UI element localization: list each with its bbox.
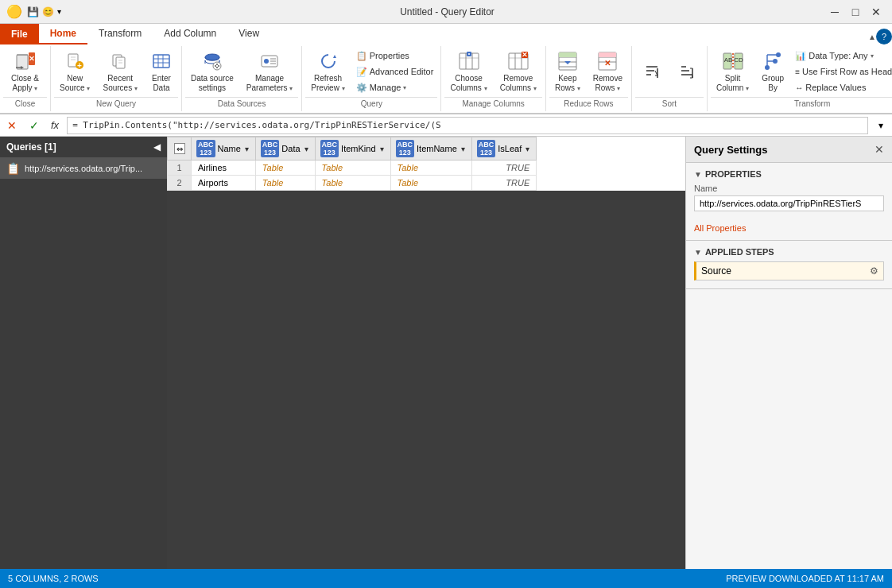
close-button[interactable]: ✕ <box>867 4 886 20</box>
tab-add-column[interactable]: Add Column <box>153 24 227 44</box>
choose-columns-button[interactable]: ChooseColumns ▾ <box>444 48 492 95</box>
app-icon: 🟡 <box>6 4 22 19</box>
step-source-label: Source <box>701 265 731 277</box>
tab-transform[interactable]: Transform <box>87 24 153 44</box>
all-properties-link[interactable]: All Properties <box>694 223 746 233</box>
query-group-label: Query <box>305 97 437 110</box>
cell-airlines-isleaf: TRUE <box>471 161 536 176</box>
properties-arrow-icon: ▼ <box>694 170 702 179</box>
col-label-itemname: ItemName <box>417 144 457 153</box>
remove-columns-icon: ✕ <box>507 50 529 72</box>
sort-buttons <box>635 48 704 95</box>
name-label: Name <box>694 184 884 193</box>
enter-data-button[interactable]: EnterData <box>145 48 178 95</box>
data-source-settings-icon <box>201 50 223 72</box>
table-row: 1 Airlines Table Table Table TRUE <box>168 161 537 176</box>
refresh-preview-button[interactable]: RefreshPreview ▾ <box>305 48 350 95</box>
sort-asc-button[interactable] <box>635 48 669 95</box>
col-filter-isleaf-button[interactable]: ▾ <box>524 145 531 153</box>
use-first-row-button[interactable]: ≡ Use First Row as Headers ▾ <box>791 64 892 79</box>
data-type-button[interactable]: 📊 Data Type: Any ▾ <box>791 48 892 63</box>
remove-rows-button[interactable]: ✕ RemoveRows ▾ <box>588 48 628 95</box>
step-gear-button[interactable]: ⚙ <box>870 265 878 277</box>
maximize-button[interactable]: □ <box>846 4 865 20</box>
split-column-icon: AB CD <box>722 50 744 72</box>
properties-button[interactable]: 📋 Properties <box>352 48 438 63</box>
title-bar-dropdown[interactable]: ▾ <box>57 7 61 16</box>
use-first-row-icon: ≡ <box>795 68 800 76</box>
replace-values-button[interactable]: ↔ Replace Values <box>791 80 892 95</box>
query-settings-header: Query Settings ✕ <box>686 137 892 163</box>
formula-input[interactable] <box>67 117 868 134</box>
expand-all-button[interactable]: ⇔ <box>174 143 185 154</box>
name-input[interactable] <box>694 195 884 211</box>
tab-view[interactable]: View <box>227 24 270 44</box>
query-settings-close-button[interactable]: ✕ <box>875 143 884 156</box>
applied-steps-section: ▼ APPLIED STEPS Source ⚙ <box>686 241 892 289</box>
data-type-icon: 📊 <box>795 51 806 61</box>
advanced-editor-button[interactable]: 📝 Advanced Editor <box>352 64 438 79</box>
queries-collapse-button[interactable]: ◀ <box>153 141 161 153</box>
sort-desc-button[interactable] <box>670 48 704 95</box>
svg-text:CD: CD <box>734 56 743 64</box>
col-filter-data-button[interactable]: ▾ <box>303 145 310 153</box>
status-columns-rows: 5 COLUMNS, 2 ROWS <box>8 574 99 583</box>
data-table: ⇔ ABC123 Name ▾ ABC123 <box>167 137 537 191</box>
file-tab[interactable]: File <box>0 24 39 44</box>
applied-step-source[interactable]: Source ⚙ <box>694 261 884 280</box>
query-item[interactable]: 📋 http://services.odata.org/Trip... <box>0 158 167 179</box>
table-row: 2 Airports Table Table Table TRUE <box>168 176 537 191</box>
close-apply-button[interactable]: ✕ Close &Apply ▾ <box>3 48 47 95</box>
col-filter-name-button[interactable]: ▾ <box>243 145 250 153</box>
minimize-button[interactable]: ─ <box>825 4 844 20</box>
cell-airports-name: Airports <box>192 176 256 191</box>
data-source-settings-button[interactable]: Data sourcesettings <box>185 48 239 95</box>
applied-steps-section-header: ▼ APPLIED STEPS <box>694 247 884 257</box>
data-table-container: ⇔ ABC123 Name ▾ ABC123 <box>167 137 685 191</box>
queries-panel: Queries [1] ◀ 📋 http://services.odata.or… <box>0 137 167 574</box>
keep-rows-icon <box>557 50 579 72</box>
col-header-itemkind: ABC123 ItemKind ▾ <box>315 137 390 161</box>
ribbon-content: ✕ Close &Apply ▾ Close <box>0 44 892 114</box>
query-buttons: RefreshPreview ▾ 📋 Properties 📝 Advanced… <box>305 48 437 95</box>
formula-cancel-button[interactable]: ✕ <box>3 117 21 134</box>
formula-bar: ✕ ✓ fx ▾ <box>0 114 892 137</box>
keep-rows-button[interactable]: KeepRows ▾ <box>549 48 586 95</box>
transform-group-label: Transform <box>711 97 892 110</box>
data-sources-buttons: Data sourcesettings ManageParameters ▾ <box>185 48 298 95</box>
svg-point-20 <box>213 62 221 70</box>
manage-icon: ⚙️ <box>356 83 367 93</box>
cell-airlines-name: Airlines <box>192 161 256 176</box>
transform-buttons: AB CD SplitColumn ▾ <box>711 48 892 95</box>
formula-accept-button[interactable]: ✓ <box>25 117 43 134</box>
group-by-button[interactable]: GroupBy <box>756 48 789 95</box>
cell-airports-isleaf: TRUE <box>471 176 536 191</box>
new-source-button[interactable]: + NewSource ▾ <box>54 48 95 95</box>
remove-columns-button[interactable]: ✕ RemoveColumns ▾ <box>494 48 542 95</box>
data-area: ⇔ ABC123 Name ▾ ABC123 <box>167 137 685 574</box>
formula-expand-button[interactable]: ▾ <box>873 118 889 133</box>
ribbon-group-data-sources: Data sourcesettings ManageParameters ▾ <box>182 46 302 111</box>
split-column-button[interactable]: AB CD SplitColumn ▾ <box>711 48 754 95</box>
manage-button[interactable]: ⚙️ Manage ▾ <box>352 80 438 95</box>
manage-parameters-icon <box>258 50 281 72</box>
cell-airlines-itemkind: Table <box>315 161 390 176</box>
new-query-buttons: + NewSource ▾ RecentSources ▾ <box>54 48 178 95</box>
tab-home[interactable]: Home <box>39 24 87 44</box>
cell-airports-data: Table <box>255 176 315 191</box>
properties-section-label: PROPERTIES <box>705 169 762 179</box>
data-sources-label: Data Sources <box>185 97 298 110</box>
help-button[interactable]: ? <box>876 29 892 44</box>
row-num-1: 1 <box>168 161 192 176</box>
ribbon-expand-button[interactable]: ▲ <box>868 33 876 41</box>
manage-parameters-button[interactable]: ManageParameters ▾ <box>241 48 298 95</box>
enter-data-icon <box>150 50 173 72</box>
recent-sources-button[interactable]: RecentSources ▾ <box>97 48 142 95</box>
close-group-label: Close <box>3 97 47 110</box>
col-header-isleaf: ABC123 IsLeaf ▾ <box>471 137 536 161</box>
col-type-badge-isleaf: ABC123 <box>477 140 496 157</box>
applied-steps-section-label: APPLIED STEPS <box>705 247 774 257</box>
group-by-icon <box>762 50 784 72</box>
col-filter-itemkind-button[interactable]: ▾ <box>378 145 386 153</box>
col-filter-itemname-button[interactable]: ▾ <box>460 145 467 153</box>
